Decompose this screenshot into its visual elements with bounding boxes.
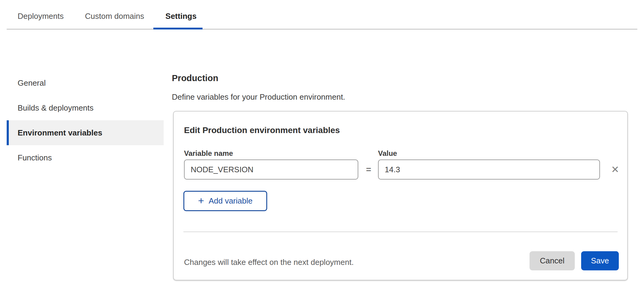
- section-description: Define variables for your Production env…: [172, 92, 638, 101]
- footer-note: Changes will take effect on the next dep…: [184, 258, 354, 267]
- card-divider: [183, 231, 618, 232]
- tab-custom-domains[interactable]: Custom domains: [85, 4, 144, 29]
- equals-sign: =: [364, 159, 373, 180]
- main-content: Production Define variables for your Pro…: [172, 73, 638, 280]
- value-label: Value: [378, 149, 397, 158]
- card-title: Edit Production environment variables: [184, 125, 340, 135]
- tab-deployments[interactable]: Deployments: [18, 4, 64, 29]
- page-title: Production: [172, 73, 638, 83]
- plus-icon: +: [198, 195, 204, 206]
- add-variable-label: Add variable: [209, 196, 253, 206]
- tab-bar: Deployments Custom domains Settings: [7, 0, 637, 29]
- variable-name-label: Variable name: [184, 149, 233, 158]
- cancel-button[interactable]: Cancel: [530, 251, 575, 270]
- sidebar-item-builds-deployments[interactable]: Builds & deployments: [7, 95, 164, 120]
- close-icon: ✕: [611, 164, 619, 175]
- remove-variable-button[interactable]: ✕: [607, 159, 623, 180]
- sidebar-item-environment-variables[interactable]: Environment variables: [7, 120, 164, 145]
- sidebar-item-functions[interactable]: Functions: [7, 145, 164, 170]
- settings-sidebar: General Builds & deployments Environment…: [7, 70, 164, 170]
- variable-value-input[interactable]: [378, 159, 600, 180]
- sidebar-item-general[interactable]: General: [7, 70, 164, 95]
- add-variable-button[interactable]: + Add variable: [183, 191, 267, 211]
- save-button[interactable]: Save: [581, 251, 619, 270]
- variable-name-input[interactable]: [184, 159, 358, 180]
- tab-settings[interactable]: Settings: [165, 4, 197, 29]
- env-vars-card: Edit Production environment variables Va…: [173, 111, 628, 280]
